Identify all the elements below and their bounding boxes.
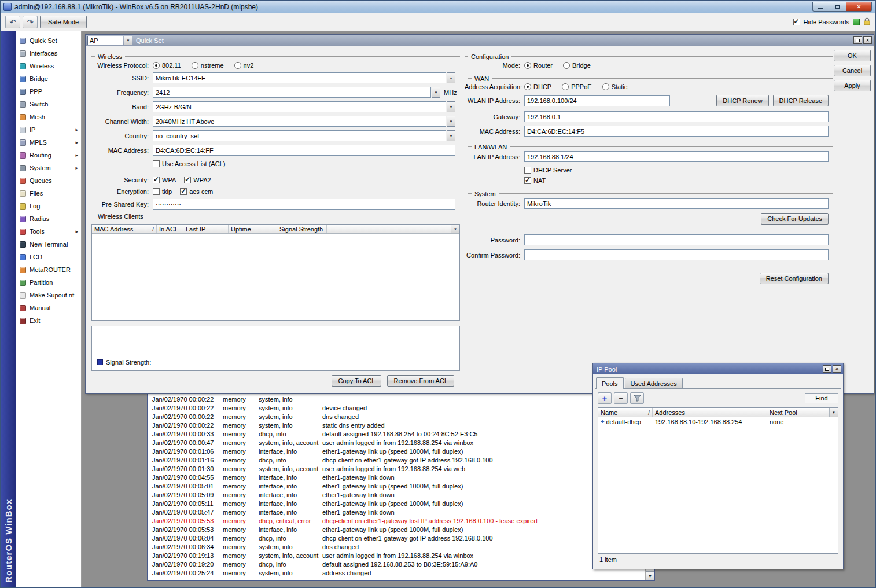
log-row[interactable]: Jan/02/1970 00:19:13 memory system, info… [148, 551, 654, 560]
find-button[interactable]: Find [805, 393, 838, 403]
frequency-dropdown-button[interactable]: ▼ [432, 87, 440, 98]
pool-row[interactable]: +default-dhcp 192.168.88.10-192.168.88.2… [598, 417, 838, 426]
safe-mode-button[interactable]: Safe Mode [40, 16, 87, 28]
sidebar-item[interactable]: New Terminal [16, 238, 81, 251]
log-row[interactable]: Jan/02/1970 00:00:47 memory system, info… [148, 438, 654, 447]
col-next-pool[interactable]: Next Pool [767, 408, 829, 417]
log-row[interactable]: Jan/02/1970 00:00:33 memory dhcp, info d… [148, 429, 654, 438]
gateway-input[interactable]: 192.168.0.1 [524, 111, 829, 122]
radio-mode-router[interactable] [524, 62, 531, 69]
col-mac-address[interactable]: MAC Address/ [92, 225, 157, 233]
wan-mac-input[interactable]: D4:CA:6D:EC:14:F5 [524, 126, 829, 137]
ip-pool-list[interactable]: +default-dhcp 192.168.88.10-192.168.88.2… [598, 417, 838, 553]
dhcp-release-button[interactable]: DHCP Release [773, 95, 829, 106]
wlan-ip-input[interactable]: 192.168.0.100/24 [524, 95, 670, 106]
sidebar-item[interactable]: System ▸ [16, 161, 81, 174]
log-row[interactable]: Jan/02/1970 00:05:53 memory dhcp, critic… [148, 516, 654, 525]
add-button[interactable]: + [598, 392, 612, 404]
radio-acq-static[interactable] [602, 83, 609, 90]
remove-from-acl-button[interactable]: Remove From ACL [387, 375, 454, 387]
log-row[interactable]: Jan/02/1970 00:06:34 memory system, info… [148, 542, 654, 551]
radio-protocol-nstreme[interactable] [192, 62, 198, 69]
channel-width-dropdown-button[interactable]: ▼ [447, 116, 455, 127]
wireless-clients-list[interactable] [92, 234, 459, 320]
log-row[interactable]: Jan/02/1970 00:00:22 memory system, info… [148, 421, 654, 429]
undo-button[interactable]: ↶ [5, 16, 20, 28]
apply-button[interactable]: Apply [834, 80, 871, 91]
sidebar-item[interactable]: MetaROUTER [16, 263, 81, 276]
log-row[interactable]: Jan/02/1970 00:01:06 memory interface, i… [148, 447, 654, 455]
close-button[interactable]: ✕ [846, 2, 872, 12]
log-row[interactable]: Jan/02/1970 00:04:55 memory interface, i… [148, 473, 654, 482]
quickset-close-button[interactable]: ✕ [863, 36, 872, 44]
columns-dropdown-button[interactable]: ▼ [829, 408, 838, 417]
radio-mode-bridge[interactable] [563, 62, 570, 69]
sidebar-item[interactable]: Bridge [16, 72, 81, 85]
log-row[interactable]: Jan/02/1970 00:00:22 memory system, info… [148, 412, 654, 421]
psk-input[interactable]: ············ [153, 199, 455, 210]
wireless-mac-input[interactable]: D4:CA:6D:EC:14:FF [153, 145, 455, 156]
log-row[interactable]: Jan/02/1970 00:05:01 memory interface, i… [148, 482, 654, 490]
password-input[interactable] [524, 234, 829, 245]
wpa-checkbox[interactable] [153, 177, 160, 183]
radio-acq-pppoe[interactable] [562, 83, 569, 90]
dhcp-server-checkbox[interactable] [524, 167, 531, 174]
sidebar-item[interactable]: Exit [16, 314, 81, 327]
nat-checkbox[interactable] [524, 177, 531, 184]
sidebar-item[interactable]: Radius [16, 212, 81, 225]
col-name[interactable]: Name/ [598, 408, 653, 417]
wpa2-checkbox[interactable] [184, 177, 191, 183]
tab-used-addresses[interactable]: Used Addresses [625, 378, 683, 388]
copy-to-acl-button[interactable]: Copy To ACL [332, 375, 381, 387]
band-dropdown-button[interactable]: ▼ [447, 101, 455, 112]
quickset-mode-select[interactable]: AP ▼ [87, 36, 132, 45]
log-row[interactable]: Jan/02/1970 00:05:47 memory interface, i… [148, 508, 654, 516]
col-signal-strength[interactable]: Signal Strength [277, 225, 327, 233]
sidebar-item[interactable]: Files [16, 187, 81, 200]
radio-protocol-80211[interactable] [153, 62, 160, 69]
country-select[interactable]: no_country_set [153, 130, 446, 141]
columns-dropdown-button[interactable]: ▼ [451, 225, 459, 233]
sidebar-item[interactable]: MPLS ▸ [16, 136, 81, 149]
ssid-collapse-button[interactable]: ▲ [447, 72, 455, 83]
router-identity-input[interactable]: MikroTik [524, 198, 829, 209]
maximize-button[interactable] [829, 2, 846, 12]
sidebar-item[interactable]: Switch [16, 98, 81, 111]
scroll-down-button[interactable]: ▼ [646, 571, 654, 580]
filter-icon[interactable] [630, 392, 644, 404]
ip-pool-titlebar[interactable]: IP Pool ✕ [593, 363, 843, 374]
log-row[interactable]: Jan/02/1970 00:05:11 memory interface, i… [148, 499, 654, 508]
hide-passwords-checkbox[interactable] [793, 19, 800, 25]
col-addresses[interactable]: Addresses [653, 408, 767, 417]
aes-ccm-checkbox[interactable] [180, 188, 187, 195]
sidebar-item[interactable]: Tools ▸ [16, 225, 81, 238]
country-dropdown-button[interactable]: ▼ [447, 130, 455, 141]
sidebar-item[interactable]: Make Supout.rif [16, 289, 81, 302]
radio-acq-dhcp[interactable] [524, 83, 531, 90]
sidebar-item[interactable]: Queues [16, 174, 81, 187]
check-for-updates-button[interactable]: Check For Updates [761, 213, 829, 225]
quickset-restore-button[interactable] [853, 36, 862, 44]
col-last-ip[interactable]: Last IP [183, 225, 229, 233]
col-uptime[interactable]: Uptime [229, 225, 277, 233]
sidebar-item[interactable]: IP ▸ [16, 123, 81, 136]
quickset-titlebar[interactable]: AP ▼ Quick Set ✕ [86, 35, 874, 46]
minimize-button[interactable] [812, 2, 829, 12]
reset-configuration-button[interactable]: Reset Configuration [760, 273, 829, 284]
ip-pool-maximize-button[interactable] [823, 365, 831, 373]
frequency-input[interactable]: 2412 [153, 87, 431, 98]
log-row[interactable]: Jan/02/1970 00:19:20 memory dhcp, info d… [148, 560, 654, 568]
log-row[interactable]: Jan/02/1970 00:00:22 memory system, info… [148, 403, 654, 412]
chevron-down-icon[interactable]: ▼ [124, 36, 132, 45]
ip-pool-close-button[interactable]: ✕ [833, 365, 841, 373]
radio-protocol-nv2[interactable] [234, 62, 241, 69]
sidebar-item[interactable]: Interfaces [16, 47, 81, 60]
sidebar-item[interactable]: Routing ▸ [16, 149, 81, 161]
sidebar-item[interactable]: Partition [16, 276, 81, 289]
use-acl-checkbox[interactable] [153, 160, 160, 167]
sidebar-item[interactable]: Quick Set [16, 34, 81, 47]
band-select[interactable]: 2GHz-B/G/N [153, 101, 446, 112]
sidebar-item[interactable]: Wireless [16, 60, 81, 72]
sidebar-item[interactable]: Log [16, 200, 81, 212]
log-row[interactable]: Jan/02/1970 00:01:30 memory system, info… [148, 464, 654, 473]
